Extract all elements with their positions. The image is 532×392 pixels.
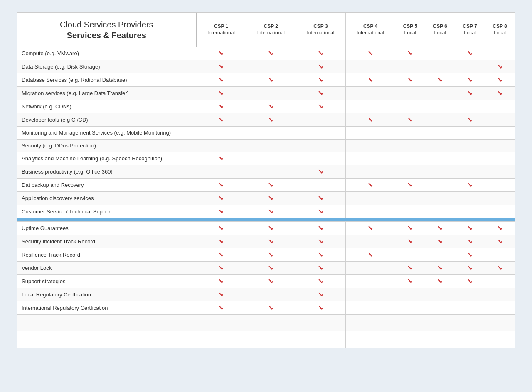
cell-row1-col7: ✔ [485,60,515,74]
table-row: Business productivity (e.g. Office 360)✔ [17,165,515,179]
cell-row7-col2 [296,139,346,152]
check-mark: ✔ [368,116,373,124]
check-mark: ✔ [218,49,224,57]
table-row: Vendor Lock✔✔✔✔✔✔✔ [17,262,515,275]
section-divider [17,218,515,222]
cell-row0-col5 [425,47,455,60]
cell-row10-col5 [425,179,455,192]
cell-row11-col6 [455,192,485,205]
row-label: Uptime Guarantees [17,222,196,235]
cell-row12-col5 [425,205,455,218]
table-row: Security Incident Track Record✔✔✔✔✔✔✔ [17,235,515,248]
table-row: Compute (e.g. VMware)✔✔✔✔✔✔ [17,47,515,60]
check-mark: ✔ [368,251,373,259]
cell-row14-col4: ✔ [395,222,425,235]
csp-type: International [357,30,384,36]
empty-row [17,331,515,348]
header-csp5: CSP 5Local [395,13,425,47]
cell-row3-col2: ✔ [296,87,346,100]
cell-row6-col6 [455,127,485,140]
cell-row8-col1 [246,152,296,165]
csp-name: CSP 4 [363,23,377,29]
row-label: Support strategies [17,275,196,288]
check-mark: ✔ [218,291,224,299]
check-mark: ✔ [218,224,224,232]
cell-row3-col5 [425,87,455,100]
check-mark: ✔ [218,238,224,245]
cell-row15-col2: ✔ [296,235,346,248]
cell-row17-col6: ✔ [455,262,485,275]
cell-row12-col1: ✔ [246,205,296,218]
cell-row0-col7 [485,47,515,60]
cell-row15-col4: ✔ [395,235,425,248]
check-mark: ✔ [467,264,473,272]
check-mark: ✔ [318,103,323,110]
check-mark: ✔ [268,224,273,232]
row-label: Local Regulatory Certfication [17,288,196,301]
csp-name: CSP 7 [463,23,477,29]
table-row: Network (e.g. CDNs)✔✔✔ [17,100,515,113]
cell-row7-col7 [485,139,515,152]
header-csp7: CSP 7Local [455,13,485,47]
check-mark: ✔ [268,181,273,189]
cell-row2-col0: ✔ [196,74,246,87]
cell-row7-col5 [425,139,455,152]
row-label: Analytics and Machine Learning (e.g. Spe… [17,152,196,165]
check-mark: ✔ [318,238,323,245]
table-row: Developer tools (e.g CI/CD)✔✔✔✔✔ [17,113,515,127]
cell-row9-col0 [196,165,246,179]
cell-row18-col7 [485,275,515,288]
check-mark: ✔ [318,168,323,176]
cell-row17-col7: ✔ [485,262,515,275]
cell-row18-col5: ✔ [425,275,455,288]
check-mark: ✔ [268,103,273,110]
title-line1: Cloud Services Providers [60,20,153,29]
cell-row6-col5 [425,127,455,140]
cell-row0-col6: ✔ [455,47,485,60]
cell-row4-col0: ✔ [196,100,246,113]
table-row: Data Storage (e.g. Disk Storage)✔✔✔ [17,60,515,74]
cell-row18-col2: ✔ [296,275,346,288]
csp-type: International [307,30,334,36]
cell-row14-col5: ✔ [425,222,455,235]
cell-row16-col5 [425,248,455,262]
csp-type: International [207,30,235,36]
cell-row4-col3 [345,100,395,113]
header-csp1: CSP 1International [196,13,246,47]
row-label: International Regulatory Certfication [17,301,196,315]
check-mark: ✔ [497,238,502,245]
cell-row0-col1: ✔ [246,47,296,60]
check-mark: ✔ [218,103,224,110]
check-mark: ✔ [407,264,413,272]
table-row: Application discovery services✔✔✔ [17,192,515,205]
cell-row7-col0 [196,139,246,152]
check-mark: ✔ [467,49,473,57]
cell-row4-col4 [395,100,425,113]
row-label: Dat backup and Recovery [17,179,196,192]
cell-row2-col5: ✔ [425,74,455,87]
check-mark: ✔ [368,76,373,84]
row-label: Migration services (e.g. Large Data Tran… [17,87,196,100]
cell-row10-col4: ✔ [395,179,425,192]
check-mark: ✔ [497,89,502,97]
check-mark: ✔ [467,251,473,259]
cell-row15-col0: ✔ [196,235,246,248]
csp-type: International [257,30,285,36]
cell-row5-col4: ✔ [395,113,425,127]
table-row: International Regulatory Certfication✔✔✔ [17,301,515,315]
cell-row11-col0: ✔ [196,192,246,205]
check-mark: ✔ [497,76,502,84]
check-mark: ✔ [268,208,273,216]
cell-row15-col6: ✔ [455,235,485,248]
cell-row8-col0: ✔ [196,152,246,165]
check-mark: ✔ [268,76,273,84]
row-label: Data Storage (e.g. Disk Storage) [17,60,196,74]
cell-row16-col6: ✔ [455,248,485,262]
cell-row3-col6: ✔ [455,87,485,100]
check-mark: ✔ [467,181,473,189]
check-mark: ✔ [467,76,473,84]
check-mark: ✔ [318,224,323,232]
table-row: Migration services (e.g. Large Data Tran… [17,87,515,100]
check-mark: ✔ [218,154,224,162]
cell-row18-col3 [345,275,395,288]
